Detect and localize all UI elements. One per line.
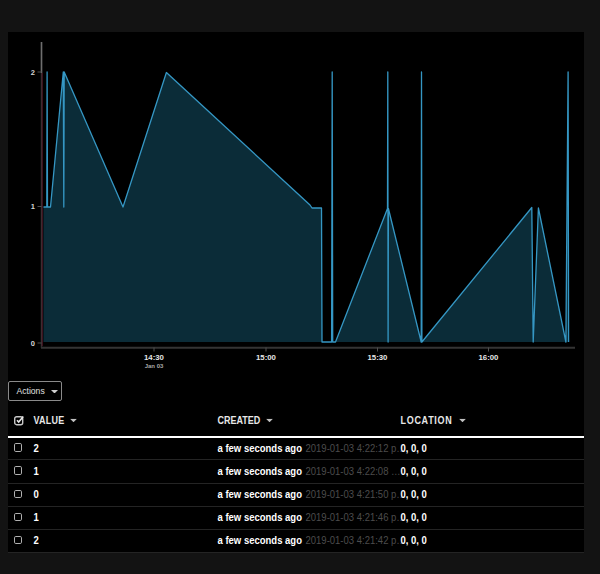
svg-text:0: 0 <box>31 339 35 348</box>
svg-text:15:00: 15:00 <box>256 353 277 362</box>
svg-text:15:30: 15:30 <box>368 353 389 362</box>
svg-text:1: 1 <box>31 202 35 211</box>
svg-text:2: 2 <box>31 68 35 77</box>
svg-text:16:00: 16:00 <box>479 353 500 362</box>
svg-text:14:30: 14:30 <box>144 353 165 362</box>
svg-text:Jan 03: Jan 03 <box>145 363 164 369</box>
